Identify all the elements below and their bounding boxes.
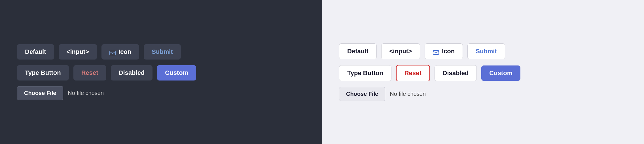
light-typebutton-label: Type Button <box>347 69 383 77</box>
dark-default-button[interactable]: Default <box>17 44 54 60</box>
dark-reset-label: Reset <box>81 69 98 77</box>
dark-submit-label: Submit <box>152 48 173 56</box>
dark-row-2: Type Button Reset Disabled Custom <box>17 65 305 81</box>
dark-default-label: Default <box>25 48 46 56</box>
light-row-3: Choose File No file chosen <box>339 87 627 101</box>
dark-input-label: <input> <box>67 48 89 56</box>
light-custom-label: Custom <box>489 69 512 77</box>
svg-rect-1 <box>433 50 439 54</box>
dark-disabled-label: Disabled <box>119 69 145 77</box>
dark-disabled-button[interactable]: Disabled <box>111 65 153 81</box>
light-icon-label: Icon <box>442 48 455 55</box>
dark-submit-button[interactable]: Submit <box>144 44 181 60</box>
light-choosefile-button[interactable]: Choose File <box>339 87 385 101</box>
dark-input-button[interactable]: <input> <box>59 44 97 60</box>
dark-choosefile-label: Choose File <box>24 90 56 96</box>
light-custom-button[interactable]: Custom <box>481 65 520 81</box>
light-submit-label: Submit <box>476 48 497 55</box>
dark-row-1: Default <input> Icon Submit <box>17 44 305 60</box>
dark-nofile-text: No file chosen <box>68 90 104 96</box>
light-choosefile-label: Choose File <box>346 91 378 97</box>
light-typebutton-button[interactable]: Type Button <box>339 65 391 81</box>
dark-custom-button[interactable]: Custom <box>157 65 196 81</box>
dark-typebutton-label: Type Button <box>25 69 61 77</box>
light-reset-label: Reset <box>404 69 421 77</box>
light-disabled-label: Disabled <box>443 69 469 77</box>
dark-choosefile-button[interactable]: Choose File <box>17 86 63 100</box>
light-row-1: Default <input> Icon Submit <box>339 43 627 59</box>
svg-rect-0 <box>110 51 115 55</box>
light-row-2: Type Button Reset Disabled Custom <box>339 65 627 81</box>
light-default-button[interactable]: Default <box>339 43 377 59</box>
light-submit-button[interactable]: Submit <box>467 43 505 59</box>
envelope-icon <box>109 50 116 54</box>
light-input-label: <input> <box>389 48 412 55</box>
light-icon-button[interactable]: Icon <box>425 43 463 59</box>
light-input-button[interactable]: <input> <box>381 43 420 59</box>
dark-row-3: Choose File No file chosen <box>17 86 305 100</box>
dark-icon-button[interactable]: Icon <box>101 44 139 60</box>
light-panel: Default <input> Icon Submit Type Button … <box>322 0 644 144</box>
light-default-label: Default <box>347 48 368 55</box>
light-nofile-text: No file chosen <box>390 91 426 97</box>
envelope-icon-light <box>433 49 439 54</box>
dark-reset-button[interactable]: Reset <box>73 65 106 81</box>
light-file-input: Choose File No file chosen <box>339 87 426 101</box>
light-disabled-button[interactable]: Disabled <box>435 65 477 81</box>
dark-panel: Default <input> Icon Submit Type Button … <box>0 0 322 144</box>
dark-custom-label: Custom <box>165 69 188 77</box>
dark-icon-label: Icon <box>118 48 131 56</box>
dark-typebutton-button[interactable]: Type Button <box>17 65 69 81</box>
light-reset-button[interactable]: Reset <box>396 65 430 81</box>
dark-file-input: Choose File No file chosen <box>17 86 104 100</box>
